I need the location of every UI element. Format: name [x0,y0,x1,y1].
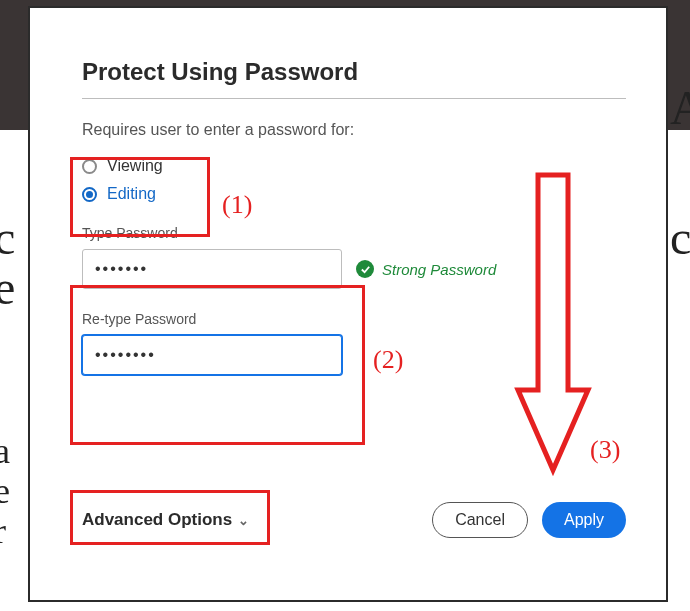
background-text: A [670,80,690,135]
radio-icon [82,159,97,174]
password-protect-dialog: Protect Using Password Requires user to … [28,6,668,602]
password-strength: Strong Password [356,260,496,278]
dialog-subtitle: Requires user to enter a password for: [82,121,626,139]
strength-text: Strong Password [382,261,496,278]
radio-label: Editing [107,185,156,203]
dialog-title: Protect Using Password [82,58,626,86]
apply-button[interactable]: Apply [542,502,626,538]
password-label: Type Password [82,225,626,241]
chevron-down-icon: ⌄ [238,513,249,528]
advanced-options-toggle[interactable]: Advanced Options ⌄ [82,510,249,530]
radio-viewing[interactable]: Viewing [82,157,626,175]
radio-icon [82,187,97,202]
divider [82,98,626,99]
radio-label: Viewing [107,157,163,175]
retype-label: Re-type Password [82,311,626,327]
background-text: r [0,510,6,552]
cancel-button-label: Cancel [455,511,505,529]
background-text: e [0,470,10,512]
cancel-button[interactable]: Cancel [432,502,528,538]
background-text: e [0,260,15,315]
radio-editing[interactable]: Editing [82,185,626,203]
password-input[interactable] [82,249,342,289]
background-text: c [670,210,690,265]
background-text: c [0,210,15,265]
background-text: a [0,430,10,472]
retype-password-input[interactable] [82,335,342,375]
check-icon [356,260,374,278]
advanced-options-label: Advanced Options [82,510,232,530]
apply-button-label: Apply [564,511,604,529]
